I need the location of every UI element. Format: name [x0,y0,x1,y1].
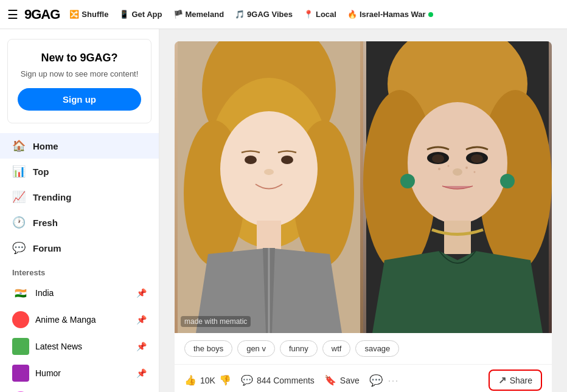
interests-label: Interests [0,261,159,280]
upvote-count: 10K [200,376,215,385]
save-button[interactable]: 🔖 Save [324,374,360,386]
forum-icon: 💬 [12,241,26,255]
home-icon: 🏠 [12,139,26,153]
top-icon: 📊 [12,165,26,178]
svg-point-19 [474,171,476,173]
svg-point-26 [453,168,462,176]
share-arrow-icon: ↗ [498,374,506,386]
site-logo[interactable]: 9GAG [24,7,60,22]
pin-anime-icon[interactable]: 📌 [136,315,147,325]
svg-point-25 [500,174,515,188]
svg-point-15 [408,102,507,224]
comment-icon: 💬 [241,374,253,386]
interest-news[interactable]: Latest News 📌 [0,333,159,360]
upvote-icon: 👍 [184,374,197,386]
header: ☰ 9GAG 🔀 Shuffle 📱 Get App 🏴 Memeland 🎵 … [0,0,567,29]
sidebar: New to 9GAG? Sign up now to see more con… [0,29,159,392]
header-nav: 🔀 Shuffle 📱 Get App 🏴 Memeland 🎵 9GAG Vi… [69,10,433,19]
pin-india-icon[interactable]: 📌 [136,288,147,298]
nav-war[interactable]: 🔥 Israel-Hamas War [347,10,433,19]
india-icon: 🇮🇳 [12,284,29,301]
sidebar-item-home[interactable]: 🏠 Home [0,133,159,159]
svg-point-24 [400,174,415,188]
main-content: made with mematic the boys gen v funny w… [159,29,567,392]
sidebar-item-forum[interactable]: 💬 Forum [0,235,159,261]
photo-container [175,41,552,333]
svg-point-18 [465,167,468,169]
svg-rect-9 [257,221,281,251]
nav-local[interactable]: 📍 Local [304,10,336,19]
svg-point-7 [281,156,293,164]
nav-shuffle[interactable]: 🔀 Shuffle [69,10,108,19]
hamburger-icon[interactable]: ☰ [7,7,18,22]
sidebar-item-fresh[interactable]: 🕐 Fresh [0,210,159,235]
interest-humor[interactable]: Humor 📌 [0,360,159,387]
watermark: made with mematic [181,316,251,327]
trending-icon: 📈 [12,190,26,204]
svg-point-8 [264,169,274,175]
post-image: made with mematic [175,41,552,333]
tag-funny[interactable]: funny [280,340,318,357]
pin-news-icon[interactable]: 📌 [136,342,147,351]
promo-subtitle: Sign up now to see more content! [18,69,141,78]
main-layout: New to 9GAG? Sign up now to see more con… [0,29,567,392]
nav-get-app[interactable]: 📱 Get App [119,10,162,19]
svg-point-23 [471,154,483,163]
interest-anime[interactable]: Anime & Manga 📌 [0,306,159,333]
comments-group[interactable]: 💬 844 Comments [241,374,315,386]
downvote-icon: 👎 [219,374,231,386]
tag-savage[interactable]: savage [355,340,399,357]
sidebar-nav: 🏠 Home 📊 Top 📈 Trending 🕐 Fresh 💬 Forum [0,133,159,261]
post-card: made with mematic the boys gen v funny w… [175,41,552,392]
more-share-icon[interactable]: ⋯ [388,374,398,387]
svg-point-16 [438,168,440,170]
signup-button[interactable]: Sign up [18,88,141,111]
nav-memeland[interactable]: 🏴 Memeland [173,10,224,19]
promo-title: New to 9GAG? [18,52,141,64]
share-button[interactable]: ↗ Share [489,370,542,391]
news-icon [12,338,29,355]
anime-icon [12,311,29,328]
interest-india[interactable]: 🇮🇳 India 📌 [0,280,159,306]
share-label: Share [510,376,532,385]
comments-count: 844 Comments [257,376,315,385]
svg-point-6 [245,156,257,164]
photo-left [175,41,363,333]
promo-box: New to 9GAG? Sign up now to see more con… [7,39,151,123]
sidebar-item-top[interactable]: 📊 Top [0,159,159,184]
fresh-icon: 🕐 [12,216,26,229]
sidebar-item-trending[interactable]: 📈 Trending [0,184,159,210]
tags-row: the boys gen v funny wtf savage [175,333,552,364]
post-actions: 👍 10K 👎 💬 844 Comments 🔖 Save 💬 ⋯ ↗ Shar… [175,364,552,392]
svg-point-22 [432,154,444,163]
tag-the-boys[interactable]: the boys [184,340,232,357]
humor-icon [12,365,29,382]
live-badge [428,12,433,17]
interest-memes[interactable]: Memes 📌 [0,387,159,392]
upvote-group[interactable]: 👍 10K 👎 [184,374,231,386]
svg-rect-27 [444,221,471,254]
nav-vibes[interactable]: 🎵 9GAG Vibes [235,10,293,19]
whatsapp-button[interactable]: 💬 [369,374,383,387]
tag-gen-v[interactable]: gen v [237,340,275,357]
pin-humor-icon[interactable]: 📌 [136,368,147,378]
svg-point-17 [448,165,450,167]
save-label: Save [340,376,360,385]
photo-right [363,41,552,333]
tag-wtf[interactable]: wtf [322,340,351,357]
save-icon: 🔖 [324,374,336,386]
